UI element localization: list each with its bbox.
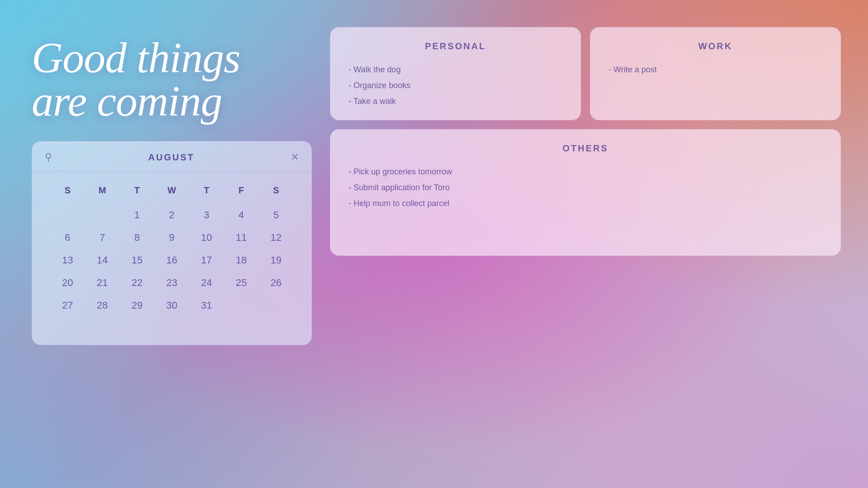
work-task-list: Write a post: [609, 65, 822, 75]
cal-date-2[interactable]: 1: [120, 205, 155, 225]
cal-date-29[interactable]: 28: [85, 295, 120, 316]
cal-date-24[interactable]: 23: [155, 272, 189, 293]
others-task-list: Pick up groceries tomorrow Submit applic…: [349, 167, 822, 208]
cal-date-17[interactable]: 16: [155, 250, 189, 271]
app-layout: Good things are coming ⚲ AUGUST ✕ S M T …: [0, 0, 868, 488]
cal-date-25[interactable]: 24: [189, 272, 224, 293]
work-card-title: WORK: [609, 41, 822, 52]
cal-date-4[interactable]: 3: [189, 205, 224, 225]
personal-task-1: Walk the dog: [349, 65, 562, 75]
cal-date-16[interactable]: 15: [120, 250, 155, 271]
cal-date-23[interactable]: 22: [120, 272, 155, 293]
cal-date-5[interactable]: 4: [224, 205, 259, 225]
cal-date-30[interactable]: 29: [120, 295, 155, 316]
cal-date-18[interactable]: 17: [189, 250, 224, 271]
others-card-title: OTHERS: [349, 143, 822, 154]
close-icon[interactable]: ✕: [291, 151, 299, 163]
day-header-w: W: [155, 181, 189, 200]
cal-date-14[interactable]: 13: [50, 250, 85, 271]
cal-date-9[interactable]: 8: [120, 227, 155, 248]
calendar-days-header: S M T W T F S: [50, 181, 293, 200]
calendar-month: AUGUST: [148, 152, 194, 163]
personal-task-list: Walk the dog Organize books Take a walk: [349, 65, 562, 106]
personal-card: PERSONAL Walk the dog Organize books Tak…: [330, 27, 581, 120]
calendar-dates: 1234567891011121314151617181920212223242…: [50, 205, 293, 327]
cal-date-3[interactable]: 2: [155, 205, 189, 225]
calendar-header: ⚲ AUGUST ✕: [32, 141, 311, 172]
calendar-grid: S M T W T F S 12345678910111213141516171…: [32, 172, 311, 331]
cal-date-12[interactable]: 11: [224, 227, 259, 248]
cal-date-26[interactable]: 25: [224, 272, 259, 293]
others-task-2: Submit application for Toro: [349, 183, 822, 192]
personal-task-2: Organize books: [349, 81, 562, 90]
personal-card-title: PERSONAL: [349, 41, 562, 52]
cal-date-21[interactable]: 20: [50, 272, 85, 293]
right-panel: PERSONAL Walk the dog Organize books Tak…: [330, 27, 841, 256]
cal-date-32[interactable]: 31: [189, 295, 224, 316]
hero-title: Good things are coming: [32, 27, 312, 123]
others-task-3: Help mum to collect parcel: [349, 199, 822, 208]
top-cards: PERSONAL Walk the dog Organize books Tak…: [330, 27, 841, 120]
cal-date-8[interactable]: 7: [85, 227, 120, 248]
day-header-t1: T: [120, 181, 155, 200]
cal-date-31[interactable]: 30: [155, 295, 189, 316]
cal-date-13[interactable]: 12: [259, 227, 293, 248]
day-header-s1: S: [50, 181, 85, 200]
others-card: OTHERS Pick up groceries tomorrow Submit…: [330, 129, 841, 256]
left-panel: Good things are coming ⚲ AUGUST ✕ S M T …: [32, 27, 312, 345]
cal-date-7[interactable]: 6: [50, 227, 85, 248]
cal-date-6[interactable]: 5: [259, 205, 293, 225]
cal-date-28[interactable]: 27: [50, 295, 85, 316]
day-header-f: F: [224, 181, 259, 200]
cal-date-20[interactable]: 19: [259, 250, 293, 271]
others-task-1: Pick up groceries tomorrow: [349, 167, 822, 177]
work-task-1: Write a post: [609, 65, 822, 75]
cal-date-27[interactable]: 26: [259, 272, 293, 293]
work-card: WORK Write a post: [590, 27, 841, 120]
cal-date-15[interactable]: 14: [85, 250, 120, 271]
calendar-widget: ⚲ AUGUST ✕ S M T W T F S 123456789101112…: [32, 141, 312, 345]
cal-date-11[interactable]: 10: [189, 227, 224, 248]
cal-date-22[interactable]: 21: [85, 272, 120, 293]
personal-task-3: Take a walk: [349, 97, 562, 106]
search-icon[interactable]: ⚲: [45, 151, 52, 163]
day-header-s2: S: [259, 181, 293, 200]
cal-date-10[interactable]: 9: [155, 227, 189, 248]
day-header-m: M: [85, 181, 120, 200]
cal-date-19[interactable]: 18: [224, 250, 259, 271]
day-header-t2: T: [189, 181, 224, 200]
